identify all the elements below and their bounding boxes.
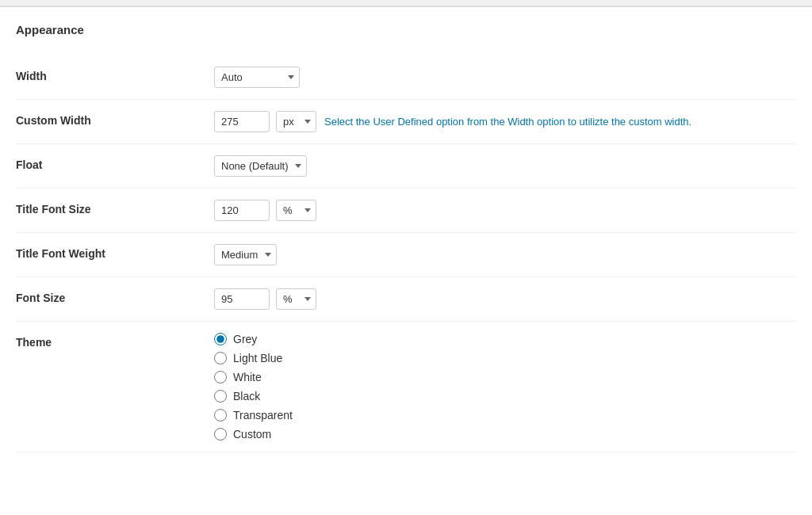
width-select[interactable]: Auto User Defined Full Width	[214, 67, 300, 88]
theme-option-transparent[interactable]: Transparent	[214, 409, 293, 422]
custom-width-hint: Select the User Defined option from the …	[324, 116, 691, 128]
theme-option-light-blue[interactable]: Light Blue	[214, 352, 293, 364]
theme-radio-transparent[interactable]	[214, 409, 227, 422]
theme-label-transparent: Transparent	[233, 409, 293, 422]
top-bar	[0, 0, 812, 6]
width-control: Auto User Defined Full Width	[214, 67, 796, 88]
theme-radio-black[interactable]	[214, 390, 227, 402]
font-size-input[interactable]	[214, 288, 270, 310]
title-font-size-control: % px em	[214, 200, 796, 221]
theme-radio-light-blue[interactable]	[214, 352, 227, 364]
theme-label-custom: Custom	[233, 428, 271, 441]
title-font-size-input[interactable]	[214, 200, 270, 221]
custom-width-label: Custom Width	[16, 111, 214, 127]
font-size-inputs: % px em	[214, 288, 316, 310]
float-select[interactable]: None (Default) Left Right	[214, 155, 307, 177]
font-size-unit-select[interactable]: % px em	[276, 288, 316, 310]
theme-control: Grey Light Blue White Black Transparent	[214, 333, 796, 441]
title-font-size-row: Title Font Size % px em	[16, 189, 796, 233]
custom-width-input[interactable]	[214, 111, 270, 132]
title-font-weight-control: Light Normal Medium Bold Bolder	[214, 244, 796, 265]
section-title: Appearance	[16, 23, 796, 36]
font-size-label: Font Size	[16, 288, 214, 304]
title-font-weight-row: Title Font Weight Light Normal Medium Bo…	[16, 233, 796, 277]
theme-label-black: Black	[233, 390, 260, 402]
theme-radio-group: Grey Light Blue White Black Transparent	[214, 333, 293, 441]
font-size-row: Font Size % px em	[16, 277, 796, 322]
theme-row: Theme Grey Light Blue White Black	[16, 322, 796, 452]
width-label: Width	[16, 67, 214, 82]
theme-label: Theme	[16, 333, 214, 349]
theme-radio-grey[interactable]	[214, 333, 227, 345]
theme-radio-custom[interactable]	[214, 428, 227, 441]
title-font-weight-label: Title Font Weight	[16, 244, 214, 260]
theme-option-custom[interactable]: Custom	[214, 428, 293, 441]
font-size-control: % px em	[214, 288, 796, 310]
theme-radio-white[interactable]	[214, 371, 227, 383]
custom-width-row: Custom Width px % em Select the User Def…	[16, 100, 796, 144]
width-row: Width Auto User Defined Full Width	[16, 55, 796, 100]
custom-width-unit-select[interactable]: px % em	[276, 111, 316, 132]
theme-option-black[interactable]: Black	[214, 390, 293, 402]
theme-label-grey: Grey	[233, 333, 257, 345]
float-control: None (Default) Left Right	[214, 155, 796, 177]
title-font-weight-select[interactable]: Light Normal Medium Bold Bolder	[214, 244, 277, 265]
custom-width-control: px % em Select the User Defined option f…	[214, 111, 796, 132]
theme-label-light-blue: Light Blue	[233, 352, 282, 364]
theme-option-grey[interactable]: Grey	[214, 333, 293, 345]
custom-width-inputs: px % em	[214, 111, 316, 132]
appearance-section: Appearance Width Auto User Defined Full …	[0, 6, 812, 468]
title-font-size-unit-select[interactable]: % px em	[276, 200, 316, 221]
theme-option-white[interactable]: White	[214, 371, 293, 383]
theme-label-white: White	[233, 371, 262, 383]
title-font-size-inputs: % px em	[214, 200, 316, 221]
float-label: Float	[16, 155, 214, 171]
float-row: Float None (Default) Left Right	[16, 144, 796, 189]
title-font-size-label: Title Font Size	[16, 200, 214, 216]
